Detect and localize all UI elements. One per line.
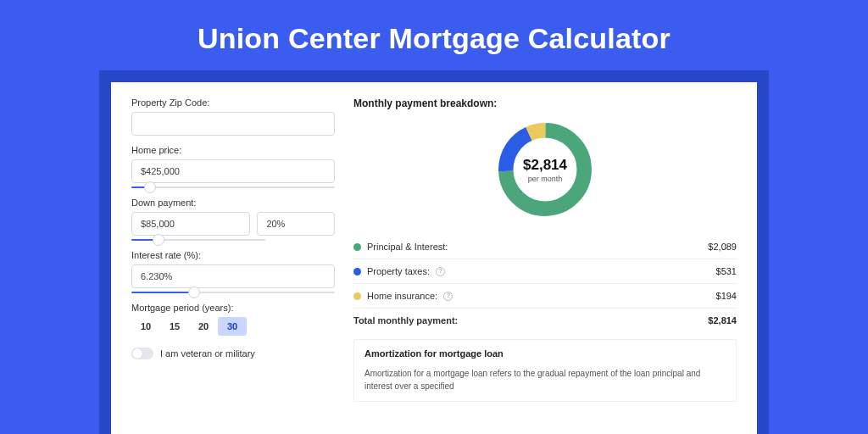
breakdown-label: Principal & Interest: — [367, 242, 448, 252]
period-option-30[interactable]: 30 — [218, 317, 247, 336]
down-payment-pct-input[interactable] — [257, 212, 335, 236]
home-price-group: Home price: — [131, 145, 335, 188]
swatch-icon — [353, 268, 361, 275]
home-price-label: Home price: — [131, 145, 335, 155]
veteran-row: I am veteran or military — [131, 348, 335, 359]
breakdown-column: Monthly payment breakdown: $2,814 per mo… — [353, 97, 737, 434]
period-option-15[interactable]: 15 — [160, 317, 189, 336]
interest-input[interactable] — [131, 264, 335, 288]
breakdown-value: $531 — [716, 266, 737, 276]
breakdown-label: Property taxes: — [367, 266, 430, 276]
down-payment-slider[interactable] — [131, 239, 265, 241]
breakdown-row-total: Total monthly payment: $2,814 — [353, 309, 737, 332]
donut-center: $2,814 per month — [493, 118, 597, 221]
veteran-toggle[interactable] — [131, 348, 153, 359]
interest-group: Interest rate (%): — [131, 250, 335, 293]
amortization-box: Amortization for mortgage loan Amortizat… — [353, 339, 737, 402]
toggle-knob — [132, 348, 142, 359]
interest-slider[interactable] — [131, 292, 335, 293]
breakdown-row-insurance: Home insurance: ? $194 — [353, 284, 737, 309]
breakdown-total-value: $2,814 — [708, 315, 737, 326]
slider-thumb[interactable] — [188, 287, 200, 298]
home-price-slider[interactable] — [131, 186, 335, 188]
form-column: Property Zip Code: Home price: Down paym… — [131, 97, 335, 434]
interest-label: Interest rate (%): — [131, 250, 335, 260]
zip-group: Property Zip Code: — [131, 97, 335, 136]
zip-label: Property Zip Code: — [131, 97, 335, 108]
donut-amount: $2,814 — [523, 157, 567, 174]
donut-sub: per month — [528, 175, 563, 183]
breakdown-label: Home insurance: — [367, 291, 437, 301]
amortization-title: Amortization for mortgage loan — [364, 348, 726, 359]
home-price-input[interactable] — [131, 159, 335, 183]
veteran-label: I am veteran or military — [160, 348, 255, 359]
amortization-body: Amortization for a mortgage loan refers … — [364, 367, 726, 392]
calculator-card: Property Zip Code: Home price: Down paym… — [111, 82, 757, 434]
calculator-stage: Property Zip Code: Home price: Down paym… — [99, 70, 769, 434]
period-row: 10 15 20 30 — [131, 317, 335, 336]
slider-thumb[interactable] — [153, 234, 164, 246]
info-icon[interactable]: ? — [443, 292, 453, 301]
info-icon[interactable]: ? — [436, 267, 445, 276]
donut-chart-wrap: $2,814 per month — [353, 116, 737, 226]
breakdown-value: $2,089 — [708, 242, 737, 252]
breakdown-row-taxes: Property taxes: ? $531 — [353, 259, 737, 284]
breakdown-row-principal: Principal & Interest: $2,089 — [353, 235, 737, 259]
period-option-10[interactable]: 10 — [131, 317, 160, 336]
period-label: Mortgage period (years): — [131, 303, 335, 313]
donut-chart: $2,814 per month — [493, 118, 597, 221]
swatch-icon — [353, 292, 361, 300]
page-title: Union Center Mortgage Calculator — [0, 0, 868, 70]
slider-fill — [131, 292, 194, 293]
down-payment-label: Down payment: — [131, 198, 335, 208]
breakdown-title: Monthly payment breakdown: — [353, 97, 737, 109]
period-group: Mortgage period (years): 10 15 20 30 — [131, 303, 335, 336]
breakdown-total-label: Total monthly payment: — [353, 315, 458, 326]
swatch-icon — [353, 243, 361, 251]
down-payment-group: Down payment: — [131, 198, 335, 241]
zip-input[interactable] — [131, 112, 335, 136]
breakdown-value: $194 — [716, 291, 737, 301]
slider-thumb[interactable] — [144, 181, 156, 193]
breakdown-list: Principal & Interest: $2,089 Property ta… — [353, 235, 737, 332]
down-payment-input[interactable] — [131, 212, 250, 236]
period-option-20[interactable]: 20 — [189, 317, 218, 336]
